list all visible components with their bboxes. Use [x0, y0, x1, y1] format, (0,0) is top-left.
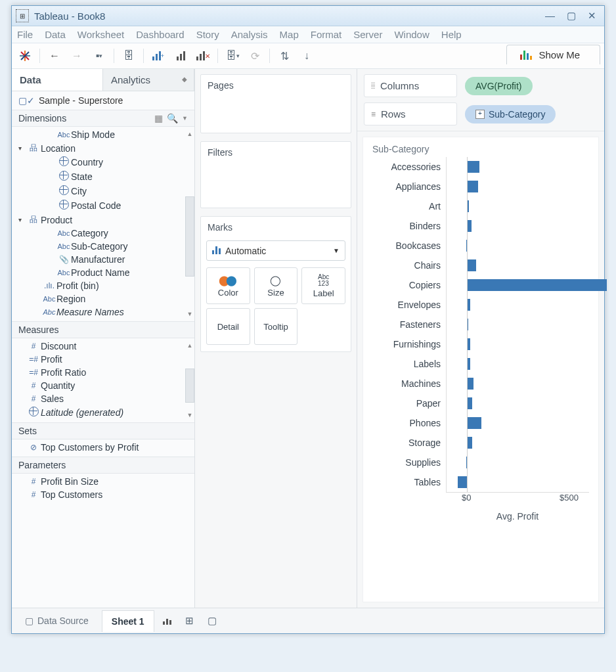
- tab-analytics[interactable]: Analytics◆: [103, 69, 194, 91]
- scroll-up-icon[interactable]: ▲: [187, 342, 193, 349]
- field-top-customers[interactable]: # Top Customers: [12, 488, 194, 501]
- bar-row[interactable]: [447, 354, 589, 374]
- tab-data[interactable]: Data: [12, 69, 103, 91]
- field-sub-category[interactable]: Abc Sub-Category: [12, 240, 185, 253]
- columns-pill[interactable]: AVG(Profit): [465, 77, 533, 95]
- menu-file[interactable]: File: [17, 29, 33, 40]
- bar-row[interactable]: [447, 157, 589, 177]
- tableau-logo-icon[interactable]: [17, 48, 33, 64]
- bar-row[interactable]: [447, 216, 589, 236]
- field-state[interactable]: State: [12, 169, 185, 184]
- mark-label-button[interactable]: Abc123Label: [301, 267, 345, 304]
- bar-row[interactable]: [447, 275, 589, 295]
- mark-type-select[interactable]: Automatic ▼: [206, 240, 345, 261]
- field-manufacturer[interactable]: 📎 Manufacturer: [12, 253, 185, 266]
- bar-row[interactable]: [447, 177, 589, 196]
- menu-worksheet[interactable]: Worksheet: [77, 29, 124, 40]
- field-discount[interactable]: # Discount: [12, 340, 185, 353]
- save-icon[interactable]: ▪▾: [91, 48, 107, 64]
- field-product[interactable]: ▾ 品 Product: [12, 213, 185, 227]
- bar-row[interactable]: [447, 256, 589, 275]
- field-region[interactable]: Abc Region: [12, 292, 185, 305]
- new-dashboard-tab-icon[interactable]: ⊞: [181, 615, 199, 627]
- chevron-down-icon: ▼: [333, 247, 340, 254]
- field-product-name[interactable]: Abc Product Name: [12, 266, 185, 279]
- close-button[interactable]: ✕: [588, 10, 596, 22]
- bar-row[interactable]: [447, 196, 589, 216]
- bar-row[interactable]: [447, 236, 589, 256]
- menu-format[interactable]: Format: [311, 29, 342, 40]
- menu-story[interactable]: Story: [196, 29, 219, 40]
- search-icon[interactable]: 🔍: [167, 113, 178, 123]
- expand-icon[interactable]: +: [475, 110, 485, 119]
- field-profit-bin-[interactable]: .ılı. Profit (bin): [12, 279, 185, 292]
- sort-icon[interactable]: ↓: [299, 48, 315, 64]
- field-postal-code[interactable]: Postal Code: [12, 198, 185, 213]
- mark-color-button[interactable]: ⬤⬤Color: [206, 267, 250, 304]
- new-datasource-icon[interactable]: 🗄: [121, 48, 137, 64]
- bar-row[interactable]: [447, 295, 589, 315]
- field-ship-mode[interactable]: Abc Ship Mode: [12, 128, 185, 141]
- bar-row[interactable]: [447, 433, 589, 453]
- show-me-button[interactable]: Show Me: [506, 45, 600, 64]
- bar-row[interactable]: [447, 472, 589, 492]
- scroll-up-icon[interactable]: ▲: [187, 131, 193, 137]
- menu-server[interactable]: Server: [353, 29, 382, 40]
- filters-shelf[interactable]: Filters: [200, 141, 351, 208]
- mark-size-button[interactable]: ◯Size: [254, 267, 298, 304]
- field-sales[interactable]: # Sales: [12, 392, 185, 405]
- new-worksheet-tab-icon[interactable]: [158, 616, 177, 627]
- menu-dashboard[interactable]: Dashboard: [136, 29, 184, 40]
- bar-row[interactable]: [447, 453, 589, 472]
- bar-row[interactable]: [447, 393, 589, 413]
- field-profit[interactable]: =# Profit: [12, 353, 185, 366]
- field-measure-names[interactable]: Abc Measure Names: [12, 305, 185, 319]
- rows-shelf[interactable]: ≡Rows: [364, 102, 457, 125]
- menu-analysis[interactable]: Analysis: [231, 29, 268, 40]
- bar-row[interactable]: [447, 315, 589, 334]
- back-icon[interactable]: ←: [47, 48, 62, 64]
- field-profit-ratio[interactable]: =# Profit Ratio: [12, 366, 185, 379]
- show-me-label: Show Me: [539, 49, 580, 60]
- rows-pill[interactable]: +Sub-Category: [465, 105, 556, 123]
- forward-icon[interactable]: →: [69, 48, 85, 64]
- scroll-down-icon[interactable]: ▼: [187, 412, 193, 418]
- field-country[interactable]: Country: [12, 155, 185, 169]
- maximize-button[interactable]: ▢: [567, 10, 576, 22]
- field-quantity[interactable]: # Quantity: [12, 379, 185, 392]
- scrollbar-thumb[interactable]: [185, 369, 194, 403]
- refresh-icon[interactable]: ⟳: [247, 48, 263, 64]
- mark-detail-button[interactable]: Detail: [206, 308, 250, 345]
- field-top-customers-by-profit[interactable]: ⊘ Top Customers by Profit: [12, 441, 194, 454]
- columns-shelf[interactable]: ⦙⦙⦙Columns: [364, 74, 457, 97]
- new-worksheet-icon[interactable]: +: [150, 48, 166, 64]
- chart-canvas[interactable]: Sub-Category AccessoriesAppliancesArtBin…: [363, 137, 599, 602]
- menu-help[interactable]: Help: [441, 29, 462, 40]
- auto-update-icon[interactable]: 🗄▾: [225, 48, 240, 64]
- tab-data-source[interactable]: ▢Data Source: [16, 610, 98, 631]
- menu-map[interactable]: Map: [280, 29, 299, 40]
- view-as-icon[interactable]: ▦: [154, 113, 163, 123]
- tab-sheet-1[interactable]: Sheet 1: [102, 610, 154, 632]
- bar-row[interactable]: [447, 334, 589, 354]
- datasource-row[interactable]: ▢✓ Sample - Superstore: [12, 91, 194, 110]
- field-location[interactable]: ▾ 品 Location: [12, 141, 185, 155]
- menu-data[interactable]: Data: [45, 29, 66, 40]
- field-profit-bin-size[interactable]: # Profit Bin Size: [12, 475, 194, 488]
- swap-icon[interactable]: ⇅: [276, 48, 292, 64]
- field-city[interactable]: City: [12, 184, 185, 198]
- duplicate-sheet-icon[interactable]: [173, 48, 188, 64]
- scrollbar-thumb[interactable]: [185, 196, 194, 277]
- scroll-down-icon[interactable]: ▼: [187, 311, 193, 317]
- field-category[interactable]: Abc Category: [12, 227, 185, 240]
- dropdown-icon[interactable]: ▼: [182, 115, 188, 122]
- clear-sheet-icon[interactable]: ✕: [195, 48, 211, 64]
- bar-row[interactable]: [447, 413, 589, 433]
- menu-window[interactable]: Window: [394, 29, 429, 40]
- bar-row[interactable]: [447, 374, 589, 393]
- mark-tooltip-button[interactable]: Tooltip: [254, 308, 298, 345]
- field-latitude-generated-[interactable]: Latitude (generated): [12, 405, 185, 420]
- pages-shelf[interactable]: Pages: [200, 74, 351, 133]
- minimize-button[interactable]: —: [545, 10, 555, 22]
- new-story-tab-icon[interactable]: ▢: [203, 615, 221, 627]
